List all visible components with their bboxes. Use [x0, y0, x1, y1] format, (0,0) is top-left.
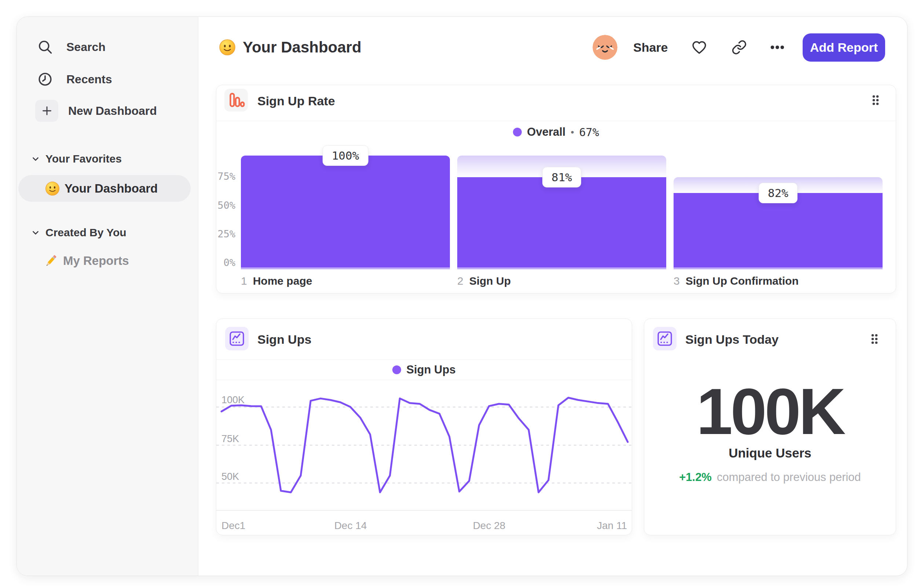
funnel-bar[interactable]: [241, 155, 450, 269]
sidebar: Search Recents New Dashboard: [17, 17, 198, 575]
funnel-baseline-strip: [241, 268, 450, 269]
avatar[interactable]: [592, 35, 617, 60]
funnel-step-label: 2Sign Up: [457, 275, 511, 287]
metric-label: Unique Users: [644, 446, 896, 460]
delta-note: compared to previous period: [717, 471, 861, 484]
funnel-step-column: 100%: [241, 85, 450, 269]
step-index: 1: [241, 275, 247, 287]
plus-icon: [40, 104, 54, 117]
y-tick: 100K: [221, 394, 244, 406]
more-options-button[interactable]: [765, 35, 790, 60]
funnel-chart: 75% 50% 25% 0% 100% 81%: [216, 85, 896, 293]
page: Search Recents New Dashboard: [0, 0, 924, 587]
y-tick: 25%: [218, 228, 235, 240]
y-tick: 50%: [218, 200, 235, 211]
funnel-bar[interactable]: [457, 177, 666, 269]
y-tick: 0%: [223, 257, 235, 268]
add-report-button[interactable]: Add Report: [803, 33, 885, 62]
section-title: Your Favorites: [45, 153, 122, 165]
sidebar-section-your-favorites[interactable]: Your Favorites: [17, 152, 198, 166]
step-name: Sign Up: [469, 275, 511, 287]
sidebar-item-search[interactable]: Search: [17, 35, 198, 59]
funnel-value-label: 81%: [542, 167, 581, 187]
sidebar-section-created-by-you[interactable]: Created By You: [17, 225, 198, 240]
drag-handle-icon[interactable]: [867, 332, 882, 346]
copy-link-button[interactable]: [727, 35, 752, 60]
ellipsis-icon: [769, 39, 786, 56]
sidebar-item-my-reports[interactable]: My Reports: [17, 249, 198, 273]
signups-card: Sign Ups Sign Ups 100K 75K 50K Dec1 Dec …: [216, 318, 632, 535]
funnel-step-label: 3Sign Up Confirmation: [673, 275, 799, 287]
signups-line-series[interactable]: [221, 398, 628, 492]
smiley-emoji-icon: [45, 181, 60, 196]
metric-delta-row: +1.2% compared to previous period: [644, 471, 896, 484]
sidebar-item-your-dashboard[interactable]: Your Dashboard: [18, 175, 191, 202]
page-title-wrap: Your Dashboard: [219, 35, 361, 60]
funnel-value-label: 82%: [759, 183, 797, 203]
chevron-down-icon: [31, 228, 40, 237]
delta-value: +1.2%: [679, 471, 712, 484]
funnel-baseline-strip: [457, 268, 666, 269]
signup-rate-card: Sign Up Rate Overall • 67% 75% 50% 25% 0…: [216, 85, 896, 293]
funnel-step-column: 81%: [457, 85, 666, 269]
favorite-button[interactable]: [687, 35, 712, 60]
step-index: 2: [457, 275, 464, 287]
page-title: Your Dashboard: [243, 38, 361, 56]
step-index: 3: [673, 275, 680, 287]
step-name: Home page: [253, 275, 312, 287]
sidebar-item-new-dashboard[interactable]: New Dashboard: [17, 99, 198, 123]
y-tick: 50K: [221, 471, 239, 483]
sidebar-item-recents[interactable]: Recents: [17, 67, 198, 91]
x-tick: Dec 14: [334, 520, 367, 532]
funnel-bar[interactable]: [673, 193, 883, 269]
app-window: Search Recents New Dashboard: [16, 17, 908, 576]
line-chart-icon: [655, 329, 674, 348]
y-tick: 75%: [218, 170, 235, 182]
y-tick: 75K: [221, 433, 239, 445]
x-tick: Dec 28: [473, 520, 506, 532]
search-icon: [37, 39, 53, 55]
section-title: Created By You: [45, 227, 127, 239]
metric-value: 100K: [644, 377, 896, 446]
smiley-emoji-icon: [219, 38, 236, 56]
sidebar-item-label: Your Dashboard: [64, 182, 158, 195]
sidebar-item-label: New Dashboard: [68, 104, 157, 118]
line-chart-icon-box: [653, 327, 676, 351]
funnel-baseline-strip: [673, 268, 883, 269]
sidebar-item-label: Search: [66, 40, 106, 54]
x-tick: Dec1: [221, 520, 245, 532]
clock-icon: [37, 71, 53, 87]
signups-today-card: Sign Ups Today 100K Unique Users +1.2% c…: [644, 318, 896, 535]
pencil-emoji-icon: [43, 253, 59, 269]
funnel-value-label: 100%: [323, 145, 368, 166]
link-icon: [731, 40, 747, 55]
plus-icon-box: [35, 100, 58, 122]
x-tick: Jan 11: [597, 520, 627, 532]
step-name: Sign Up Confirmation: [686, 275, 799, 287]
share-button[interactable]: Share: [633, 35, 668, 60]
sidebar-item-label: My Reports: [63, 254, 129, 268]
funnel-step-column: 82%: [673, 85, 883, 269]
funnel-y-axis: 75% 50% 25% 0%: [216, 85, 236, 293]
heart-icon: [691, 39, 707, 55]
sidebar-item-label: Recents: [66, 73, 112, 86]
card-title: Sign Ups Today: [685, 332, 779, 347]
chevron-down-icon: [31, 154, 40, 164]
signups-line-chart: [216, 319, 632, 536]
funnel-step-label: 1Home page: [241, 275, 312, 287]
